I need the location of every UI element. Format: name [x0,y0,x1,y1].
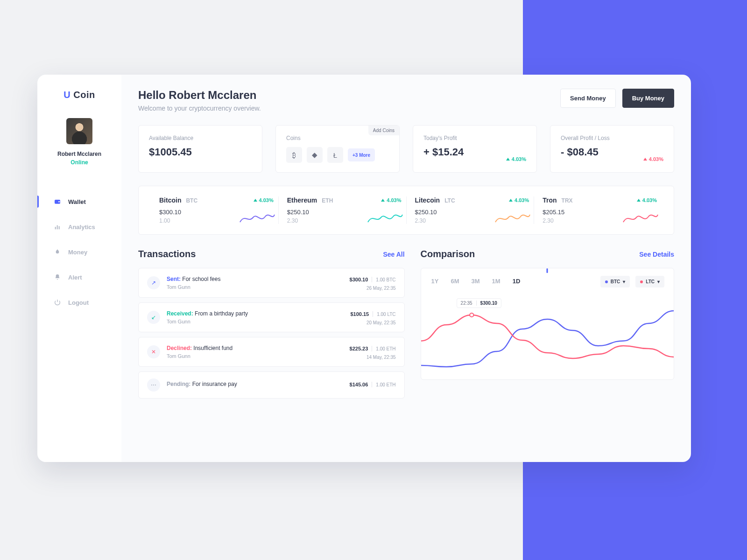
nav-analytics[interactable]: Analytics [37,214,121,239]
comparison-chart [421,309,674,379]
avatar[interactable] [66,118,92,144]
tx-coin-amount: 1.00 ETH [376,346,395,351]
sparkline [622,211,659,225]
range-6m[interactable]: 6M [451,278,459,285]
nav-label: Money [68,249,87,256]
coin-symbol: LTC [444,197,455,204]
range-1m[interactable]: 1M [492,278,500,285]
coin-cell[interactable]: TronTRX $205.15 2.30 4.03% [534,196,662,224]
svg-point-5 [470,313,473,317]
transaction-row[interactable]: ✕ Declined: Insufficient fund Tom Gunn $… [138,337,405,367]
card-label: Available Balance [149,135,252,141]
tx-desc: Insufficient fund [193,345,233,351]
transactions-title: Transactions [138,249,196,259]
tx-date: 20 May, 22:35 [350,320,395,325]
nav-alert[interactable]: Alert [37,265,121,290]
tx-date: 26 May, 22:35 [350,286,396,291]
coin-cell[interactable]: EthereumETH $250.10 2.30 4.03% [278,196,406,224]
coin-cell[interactable]: LitecoinLTC $250.10 2.30 4.03% [406,196,534,224]
tx-coin-amount: 1.00 ETH [376,382,395,387]
nav-label: Alert [68,274,82,281]
tx-status-icon: ⋯ [147,378,160,392]
tx-amount: $300.10 [350,277,373,282]
transaction-row[interactable]: ↙ Received: From a birthday party Tom Gu… [138,302,405,332]
chevron-down-icon: ▾ [657,279,660,284]
coin-cell[interactable]: BitcoinBTC $300.10 1.00 4.03% [151,196,278,224]
tx-status: Pending: [167,381,190,387]
svg-rect-3 [57,225,58,230]
range-1y[interactable]: 1Y [431,278,439,285]
nav-money[interactable]: Money [37,239,121,265]
nav: Wallet Analytics Money Alert Logout [37,189,121,315]
coin-name: Litecoin [415,196,440,204]
tx-counterparty: Tom Gunn [167,319,344,324]
chart-pin-icon [547,268,548,273]
tx-coin-amount: 1.00 BTC [376,277,395,282]
transactions-list: ↗ Sent: For school fees Tom Gunn $300.10… [138,268,405,399]
tx-amount: $225.23 [350,346,373,351]
pct-change: 4.03% [509,197,529,203]
tx-coin-amount: 1.00 LTC [377,312,395,317]
transaction-row[interactable]: ⋯ Pending: For insurance pay $145.061.00… [138,371,405,399]
tx-counterparty: Tom Gunn [167,353,343,359]
card-label: Coins [286,135,389,141]
logo: U Coin [63,90,95,100]
pct-change: 4.03% [381,197,401,203]
coin-chip-ltc[interactable]: Ł [327,147,343,163]
coin-name: Ethereum [287,196,317,204]
svg-rect-4 [59,226,60,230]
transaction-row[interactable]: ↗ Sent: For school fees Tom Gunn $300.10… [138,268,405,298]
see-details-link[interactable]: See Details [639,251,674,258]
chart-tooltip: 22:35 $300.10 [457,298,501,308]
wallet-icon [53,197,62,206]
pct-change: 4.03% [506,156,526,162]
tx-desc: For insurance pay [192,381,237,387]
nav-label: Analytics [68,224,95,231]
tx-status-icon: ↙ [147,311,160,324]
power-icon [53,298,62,307]
coin-chip-btc[interactable]: ₿ [286,147,302,163]
nav-label: Logout [68,299,89,306]
comparison-title: Comparison [421,249,475,259]
coin-chip-eth[interactable]: ◆ [307,147,323,163]
more-coins-button[interactable]: +3 More [348,148,375,161]
card-coins: Add Coins Coins ₿ ◆ Ł +3 More [275,125,400,173]
nav-logout[interactable]: Logout [37,290,121,315]
tx-date: 14 May, 22:35 [350,355,396,360]
tx-counterparty: Tom Gunn [167,284,343,290]
series-select-ltc[interactable]: LTC▾ [635,276,664,287]
add-coins-button[interactable]: Add Coins [368,126,399,135]
buy-money-button[interactable]: Buy Money [622,89,674,108]
tx-status-icon: ↗ [147,276,160,289]
user-name: Robert Mcclaren [57,151,101,157]
send-money-button[interactable]: Send Money [560,89,616,108]
card-value: $1005.45 [149,146,252,158]
series-select-btc[interactable]: BTC▾ [600,276,630,287]
chevron-down-icon: ▾ [623,279,625,284]
range-1d[interactable]: 1D [513,278,521,285]
chart-icon [53,223,62,231]
pct-change: 4.03% [637,197,657,203]
comparison-panel: Comparison See Details 1Y 6M 3M 1M 1D BT… [421,249,674,403]
tx-desc: For school fees [182,276,220,282]
user-status: Online [57,159,101,166]
pct-change: 4.03% [643,156,663,162]
tx-amount: $145.06 [350,382,373,387]
range-3m[interactable]: 3M [472,278,480,285]
card-balance: Available Balance $1005.45 [138,125,262,173]
nav-wallet[interactable]: Wallet [37,189,121,214]
money-icon [53,248,62,256]
svg-rect-1 [58,201,60,202]
coin-symbol: ETH [322,197,333,204]
see-all-link[interactable]: See All [383,251,404,258]
coin-symbol: TRX [562,197,573,204]
coin-strip: BitcoinBTC $300.10 1.00 4.03% EthereumET… [138,186,674,235]
tx-status: Received: [167,310,193,317]
sparkline [239,211,275,225]
card-label: Overall Profit / Loss [561,135,663,141]
coin-name: Bitcoin [159,196,181,204]
tx-status-icon: ✕ [147,345,160,358]
page-subtitle: Welcome to your cryptocurrency overview. [138,105,261,112]
pct-change: 4.03% [254,197,274,203]
coin-name: Tron [543,196,557,204]
